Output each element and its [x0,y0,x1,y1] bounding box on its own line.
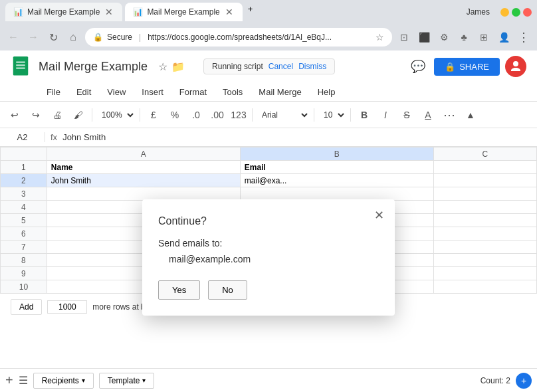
lock-icon: 🔒 [93,33,103,42]
toolbar: ↩ ↪ 🖨 🖌 100% £ % .0 .00 123 Arial 10 B [0,102,537,128]
running-script-label: Running script [212,62,263,71]
more-formats-button[interactable]: ⋯ [440,106,459,124]
tab1-close[interactable]: ✕ [104,7,114,17]
svg-rect-2 [16,64,25,66]
share-label: SHARE [459,62,489,72]
back-button[interactable]: ← [5,29,21,45]
extension2-button[interactable]: ⚙ [436,29,452,45]
tab1-favicon: 📊 [13,7,23,17]
dismiss-script-link[interactable]: Dismiss [298,62,326,71]
minimize-button[interactable] [500,8,509,17]
format123-button[interactable]: 123 [229,106,248,124]
running-script-bar: Running script Cancel Dismiss [203,58,335,74]
bold-button[interactable]: B [355,106,374,124]
star-icon[interactable]: ☆ [158,60,167,73]
dialog-buttons: Yes No [158,280,379,300]
spreadsheet-area: A B C 1 Name Email [0,147,537,368]
browser-frame: 📊 Mail Merge Example ✕ 📊 Mail Merge Exam… [0,0,537,392]
window-controls [500,8,532,17]
extension1-button[interactable]: ⬛ [416,29,432,45]
dialog-title: Continue? [158,215,379,227]
add-sheet-button[interactable]: + [5,373,13,388]
maximize-button[interactable] [512,8,520,17]
menu-edit[interactable]: Edit [70,86,98,98]
collapse-toolbar-button[interactable]: ▲ [461,106,480,124]
address-actions: ⊡ ⬛ ⚙ ♣ ⊞ 👤 ⋮ [396,29,532,45]
share-button[interactable]: 🔒 SHARE [434,58,500,76]
template-tab-label: Template [108,376,140,385]
cancel-script-link[interactable]: Cancel [268,62,293,71]
template-tab-dropdown: ▾ [142,377,146,384]
forward-button[interactable]: → [25,29,41,45]
toolbar-sep-1 [92,108,92,122]
tab1-label: Mail Merge Example [27,7,100,17]
extension3-button[interactable]: ♣ [456,29,472,45]
font-select[interactable]: Arial [257,108,310,122]
formula-bar: A2 fx John Smith [0,128,537,147]
decimal0-button[interactable]: .0 [187,106,205,124]
redo-button[interactable]: ↪ [27,106,45,124]
underline-button[interactable]: A [419,106,437,124]
undo-button[interactable]: ↩ [5,106,24,124]
folder-icon[interactable]: 📁 [171,60,185,73]
menu-button[interactable]: ⋮ [516,29,532,45]
address-bar: ← → ↻ ⌂ 🔒 Secure | https://docs.google.c… [0,24,537,50]
tab2-favicon: 📊 [133,7,143,17]
toolbar-sep-4 [314,108,314,122]
bookmark-icon[interactable]: ☆ [376,32,384,43]
dialog-close-button[interactable]: ✕ [371,207,387,223]
menu-insert[interactable]: Insert [135,86,170,98]
svg-rect-3 [16,68,25,69]
add-column-button[interactable]: + [516,373,532,389]
decimal00-button[interactable]: .00 [208,106,227,124]
header-right: 💬 🔒 SHARE [407,56,526,77]
tab-1[interactable]: 📊 Mail Merge Example ✕ [5,3,122,21]
recipients-tab-dropdown: ▾ [82,377,85,384]
close-button[interactable] [523,8,532,17]
title-bar-right: James [467,7,532,17]
home-button[interactable]: ⌂ [65,29,81,45]
recipients-sheet-tab[interactable]: Recipients ▾ [33,373,94,389]
menu-file[interactable]: File [40,86,67,98]
menu-bar: File Edit View Insert Format Tools Mail … [0,82,537,101]
menu-mail-merge[interactable]: Mail Merge [252,86,308,98]
tab2-close[interactable]: ✕ [224,7,235,17]
tab-2[interactable]: 📊 Mail Merge Example ✕ [125,3,242,21]
toolbar-sep-3 [252,108,253,122]
yes-button[interactable]: Yes [158,280,200,300]
comments-button[interactable]: 💬 [407,56,429,77]
reload-button[interactable]: ↻ [45,29,61,45]
avatar-icon [509,60,522,73]
profile-button[interactable]: 👤 [496,29,512,45]
user-name: James [467,7,490,17]
dialog-body: Send emails to: [158,238,379,248]
cell-reference[interactable]: A2 [5,132,45,142]
menu-view[interactable]: View [100,86,132,98]
menu-tools[interactable]: Tools [216,86,249,98]
sheets-logo [11,56,31,76]
menu-format[interactable]: Format [173,86,213,98]
sheets-title-bar: Mail Merge Example ☆ 📁 Running script Ca… [0,50,537,82]
toolbar-sep-5 [350,108,351,122]
font-size-select[interactable]: 10 [318,108,346,122]
zoom-select[interactable]: 100% [96,108,136,122]
template-sheet-tab[interactable]: Template ▾ [99,373,155,389]
user-avatar[interactable] [505,56,526,77]
cast-button[interactable]: ⊡ [396,29,412,45]
print-button[interactable]: 🖨 [48,106,66,124]
address-input[interactable]: 🔒 Secure | https://docs.google.com/sprea… [85,28,392,47]
formula-value: John Smith [62,132,106,142]
menu-help[interactable]: Help [311,86,342,98]
recipients-tab-label: Recipients [42,376,79,385]
extensions-button[interactable]: ⊞ [476,29,492,45]
new-tab-button[interactable]: + [248,4,264,20]
italic-button[interactable]: I [376,106,395,124]
bottom-bar: + ☰ Recipients ▾ Template ▾ Count: 2 + [0,368,537,392]
strikethrough-button[interactable]: S [397,106,416,124]
percent-button[interactable]: % [165,106,184,124]
currency-button[interactable]: £ [144,106,163,124]
sheet-menu-button[interactable]: ☰ [19,374,28,387]
app-content: Mail Merge Example ☆ 📁 Running script Ca… [0,50,537,392]
no-button[interactable]: No [208,280,247,300]
paint-format-button[interactable]: 🖌 [69,106,88,124]
